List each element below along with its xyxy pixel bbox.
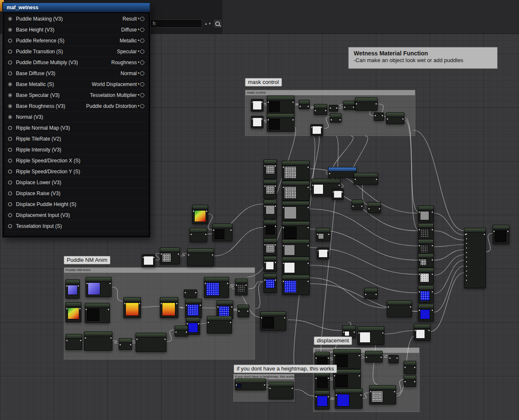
graph-node[interactable] xyxy=(123,297,141,318)
graph-node[interactable] xyxy=(263,159,277,179)
graph-node[interactable] xyxy=(175,326,188,337)
graph-node[interactable] xyxy=(368,202,381,213)
graph-node[interactable] xyxy=(352,200,363,210)
input-pin[interactable] xyxy=(8,60,12,65)
input-pin[interactable] xyxy=(8,202,12,206)
graph-node[interactable] xyxy=(310,124,323,136)
graph-node[interactable] xyxy=(418,239,434,255)
graph-node[interactable] xyxy=(357,326,384,345)
graph-node[interactable] xyxy=(418,223,434,240)
output-pin[interactable] xyxy=(140,60,144,65)
comment-label[interactable]: if you dont have a heightmap, this works xyxy=(234,365,337,373)
graph-node[interactable] xyxy=(282,239,310,258)
graph-node[interactable] xyxy=(414,324,430,341)
output-pin[interactable] xyxy=(140,93,144,97)
graph-node[interactable] xyxy=(418,253,434,268)
graph-node[interactable] xyxy=(160,248,180,264)
graph-node[interactable] xyxy=(85,303,110,323)
graph-node[interactable] xyxy=(119,338,132,350)
graph-node[interactable] xyxy=(316,228,330,241)
input-pin[interactable] xyxy=(8,104,12,108)
input-pin[interactable] xyxy=(8,224,12,228)
graph-node[interactable] xyxy=(267,113,295,132)
output-pin[interactable] xyxy=(140,82,144,86)
output-pin[interactable] xyxy=(140,104,144,108)
graph-node[interactable] xyxy=(65,334,82,350)
input-pin[interactable] xyxy=(8,126,12,130)
graph-node[interactable] xyxy=(418,206,434,222)
graph-node[interactable] xyxy=(333,349,361,369)
graph-node[interactable] xyxy=(315,390,330,410)
graph-node[interactable] xyxy=(251,116,263,128)
graph-node[interactable] xyxy=(263,200,277,219)
graph-node[interactable] xyxy=(136,333,167,352)
graph-node[interactable] xyxy=(235,279,248,295)
output-pin[interactable] xyxy=(140,17,144,21)
input-pin[interactable] xyxy=(8,39,12,43)
graph-node[interactable] xyxy=(329,105,338,112)
comment-label[interactable]: displacement xyxy=(314,337,352,345)
graph-node[interactable] xyxy=(404,361,416,374)
graph-node[interactable] xyxy=(282,201,310,221)
graph-node[interactable] xyxy=(65,302,81,322)
dropdown-arrows-icon[interactable]: ▲▼ xyxy=(204,22,212,26)
comment-label[interactable]: Puddle NM Anim xyxy=(64,256,110,264)
input-pin[interactable] xyxy=(8,17,12,21)
graph-node[interactable] xyxy=(187,248,214,266)
graph-node[interactable] xyxy=(65,279,80,299)
function-node-panel[interactable]: maf_wetness Puddle Masking (V3)ResultBas… xyxy=(3,3,150,237)
graph-node[interactable] xyxy=(192,205,208,224)
search-input[interactable] xyxy=(150,19,202,28)
output-pin[interactable] xyxy=(140,28,144,32)
graph-node[interactable] xyxy=(369,385,396,404)
graph-node[interactable] xyxy=(364,288,378,299)
graph-node[interactable] xyxy=(207,316,232,334)
graph-node[interactable] xyxy=(263,180,277,199)
graph-node[interactable] xyxy=(204,277,229,298)
input-pin[interactable] xyxy=(8,213,12,217)
graph-node[interactable] xyxy=(260,311,286,331)
graph-node[interactable] xyxy=(212,224,232,241)
graph-node[interactable] xyxy=(237,305,249,317)
graph-node[interactable] xyxy=(186,317,200,335)
graph-node[interactable] xyxy=(365,351,383,363)
graph-node[interactable] xyxy=(282,275,310,295)
graph-node[interactable] xyxy=(185,299,202,318)
input-pin[interactable] xyxy=(8,82,12,86)
graph-node[interactable] xyxy=(235,378,266,390)
graph-node[interactable] xyxy=(160,297,178,318)
graph-node[interactable] xyxy=(190,228,207,242)
graph-node[interactable] xyxy=(269,382,294,399)
graph-node[interactable] xyxy=(86,277,112,297)
graph-node[interactable] xyxy=(84,331,112,351)
graph-node[interactable] xyxy=(251,99,263,112)
graph-node[interactable] xyxy=(343,101,355,110)
input-pin[interactable] xyxy=(8,28,12,32)
comment-label[interactable]: mask control xyxy=(245,78,282,86)
input-pin[interactable] xyxy=(8,170,12,174)
input-pin[interactable] xyxy=(8,180,12,185)
graph-node[interactable] xyxy=(333,369,361,389)
output-pin[interactable] xyxy=(140,50,144,54)
graph-node[interactable] xyxy=(493,225,509,244)
input-pin[interactable] xyxy=(8,137,12,141)
graph-node[interactable] xyxy=(330,113,342,123)
input-pin[interactable] xyxy=(8,50,12,54)
output-pin[interactable] xyxy=(140,71,144,76)
graph-node[interactable] xyxy=(315,372,330,390)
graph-node[interactable] xyxy=(418,285,434,303)
graph-node[interactable] xyxy=(282,161,310,181)
graph-node[interactable] xyxy=(282,221,310,241)
input-pin[interactable] xyxy=(8,191,12,196)
comment-note[interactable]: Wetness Material Function -Can make an o… xyxy=(348,47,498,69)
graph-node[interactable] xyxy=(335,389,363,409)
search-button[interactable] xyxy=(213,19,222,28)
graph-node[interactable] xyxy=(184,290,197,298)
graph-node[interactable] xyxy=(332,189,344,200)
graph-node[interactable] xyxy=(263,220,277,239)
output-result-node[interactable] xyxy=(464,228,486,288)
input-pin[interactable] xyxy=(8,115,12,119)
graph-node[interactable] xyxy=(267,96,295,114)
graph-node[interactable] xyxy=(299,100,310,109)
graph-node[interactable] xyxy=(263,274,277,293)
